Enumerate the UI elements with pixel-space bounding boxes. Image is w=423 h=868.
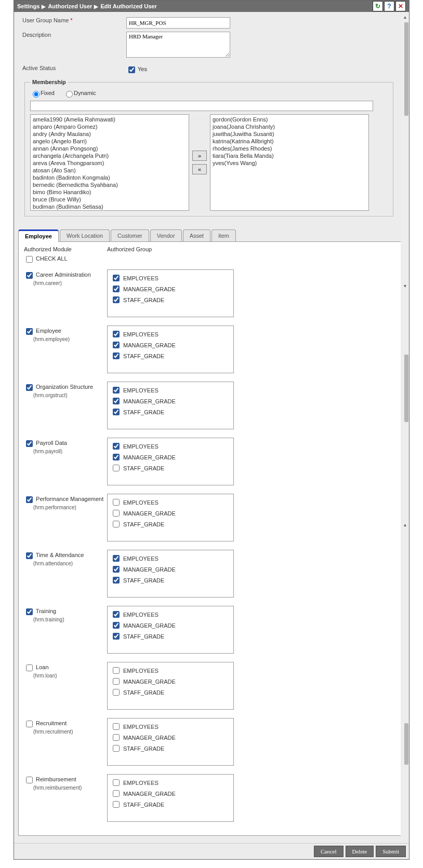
list-item[interactable]: juwitha(Juwitha Susanti) [212, 130, 367, 138]
list-item[interactable]: cadeo1975 (Cadeo Tam) [32, 210, 188, 211]
group-checkbox[interactable] [113, 723, 120, 730]
group-checkbox[interactable] [113, 577, 120, 584]
group-checkbox[interactable] [113, 633, 120, 640]
list-item[interactable]: annan (Annan Pongsong) [32, 145, 188, 152]
module-checkbox[interactable] [26, 777, 33, 783]
group-checkbox[interactable] [113, 465, 120, 471]
group-checkbox[interactable] [113, 678, 120, 685]
list-item[interactable]: bruce (Bruce Willy) [32, 196, 188, 203]
list-item[interactable]: andry (Andry Maulana) [32, 130, 188, 138]
list-item[interactable]: bernedic (Bernedictha Syahbana) [32, 181, 188, 188]
group-label: STAFF_GRADE [123, 297, 164, 303]
module-checkbox[interactable] [26, 552, 33, 559]
authorized-group-box: EMPLOYEESMANAGER_GRADESTAFF_GRADE [107, 494, 234, 541]
group-checkbox[interactable] [113, 342, 120, 348]
group-checkbox[interactable] [113, 801, 120, 808]
group-checkbox[interactable] [113, 331, 120, 337]
list-item[interactable]: areva (Areva Thongparsom) [32, 159, 188, 167]
group-checkbox[interactable] [113, 611, 120, 618]
group-checkbox[interactable] [113, 790, 120, 797]
module-checkbox[interactable] [26, 328, 33, 335]
group-checkbox[interactable] [113, 286, 120, 292]
group-checkbox[interactable] [113, 499, 120, 506]
group-checkbox[interactable] [113, 779, 120, 786]
list-item[interactable]: tiara(Tiara Bella Manda) [212, 152, 367, 159]
selected-users-listbox[interactable]: gordon(Gordon Enns)joana(Joana Chrishant… [210, 114, 369, 211]
list-item[interactable]: angelo (Angelo Barri) [32, 138, 188, 145]
list-item[interactable]: yves(Yves Wang) [212, 159, 367, 167]
close-button[interactable]: ✕ [395, 1, 406, 11]
list-item[interactable]: amelia1990 (Amelia Rahmawati) [32, 116, 188, 123]
group-checkbox[interactable] [113, 622, 120, 629]
membership-search-input[interactable] [30, 101, 373, 111]
group-checkbox[interactable] [113, 454, 120, 460]
list-item[interactable]: budiman (Budiman Setiasa) [32, 203, 188, 210]
user-group-name-input[interactable] [126, 17, 230, 29]
tab-customer[interactable]: Customer [111, 229, 149, 241]
group-label: MANAGER_GRADE [123, 622, 176, 629]
group-checkbox[interactable] [113, 398, 120, 404]
list-item[interactable]: bimo (Bimo Hanardiko) [32, 188, 188, 196]
module-checkbox[interactable] [26, 608, 33, 615]
group-label: STAFF_GRADE [123, 745, 164, 752]
module-code: (hrm.recruitment) [33, 729, 107, 735]
scroll-up-icon[interactable]: ▴ [401, 13, 408, 20]
scroll-thumb[interactable] [404, 723, 408, 765]
group-checkbox[interactable] [113, 689, 120, 696]
tab-vendor[interactable]: Vendor [150, 229, 182, 241]
module-checkbox[interactable] [26, 496, 33, 503]
chevron-up-icon[interactable]: ▴ [401, 521, 408, 528]
group-checkbox[interactable] [113, 510, 120, 517]
list-item[interactable]: amparo (Amparo Gomez) [32, 123, 188, 130]
check-all-checkbox[interactable] [26, 256, 33, 263]
group-checkbox[interactable] [113, 566, 120, 573]
group-checkbox[interactable] [113, 275, 120, 281]
list-item[interactable]: atosan (Ato San) [32, 167, 188, 174]
list-item[interactable]: katrina(Katrina Allbright) [212, 138, 367, 145]
module-checkbox[interactable] [26, 384, 33, 391]
scroll-thumb[interactable] [404, 355, 408, 422]
scrollbar[interactable]: ▴ ▾ ▴ [401, 12, 409, 843]
group-checkbox[interactable] [113, 296, 120, 303]
help-button[interactable]: ? [384, 1, 394, 11]
group-checkbox[interactable] [113, 387, 120, 394]
group-item: EMPLOYEES [111, 609, 230, 619]
group-checkbox[interactable] [113, 734, 120, 741]
move-right-button[interactable]: » [192, 151, 207, 161]
tab-asset[interactable]: Asset [183, 229, 211, 241]
list-item[interactable]: rhodes(James Rhodes) [212, 145, 367, 152]
available-users-listbox[interactable]: amelia1990 (Amelia Rahmawati)amparo (Amp… [30, 114, 189, 211]
group-checkbox[interactable] [113, 745, 120, 752]
module-checkbox[interactable] [26, 721, 33, 727]
module-checkbox[interactable] [26, 272, 33, 279]
group-checkbox[interactable] [113, 667, 120, 674]
module-checkbox[interactable] [26, 440, 33, 447]
membership-dynamic-radio[interactable] [66, 91, 73, 98]
group-checkbox[interactable] [113, 555, 120, 562]
membership-fixed-radio[interactable] [33, 91, 39, 98]
refresh-button[interactable]: ↻ [373, 1, 383, 11]
list-item[interactable]: archangela (Archangela Putri) [32, 152, 188, 159]
list-item[interactable]: gordon(Gordon Enns) [212, 116, 367, 123]
delete-button[interactable]: Delete [346, 846, 374, 857]
breadcrumb-item: Settings [17, 3, 39, 9]
group-checkbox[interactable] [113, 443, 120, 450]
chevron-down-icon[interactable]: ▾ [401, 282, 408, 289]
module-checkbox[interactable] [26, 664, 33, 671]
group-checkbox[interactable] [113, 352, 120, 359]
list-item[interactable]: joana(Joana Chrishanty) [212, 123, 367, 130]
description-textarea[interactable]: HRD Manager [126, 32, 230, 58]
tab-item[interactable]: item [212, 229, 236, 241]
list-item[interactable]: badinton (Badinton Kongmala) [32, 174, 188, 181]
group-checkbox[interactable] [113, 521, 120, 527]
group-checkbox[interactable] [113, 409, 120, 415]
scroll-thumb[interactable] [404, 22, 408, 116]
membership-fieldset: Membership Fixed Dynamic amelia1990 (Ame… [24, 79, 393, 216]
tab-employee[interactable]: Employee [18, 229, 59, 242]
cancel-button[interactable]: Cancel [314, 846, 343, 857]
active-status-checkbox[interactable] [128, 66, 135, 73]
move-left-button[interactable]: « [192, 164, 207, 174]
tab-work-location[interactable]: Work Location [60, 229, 110, 241]
submit-button[interactable]: Submit [376, 846, 406, 857]
group-item: EMPLOYEES [111, 273, 230, 283]
